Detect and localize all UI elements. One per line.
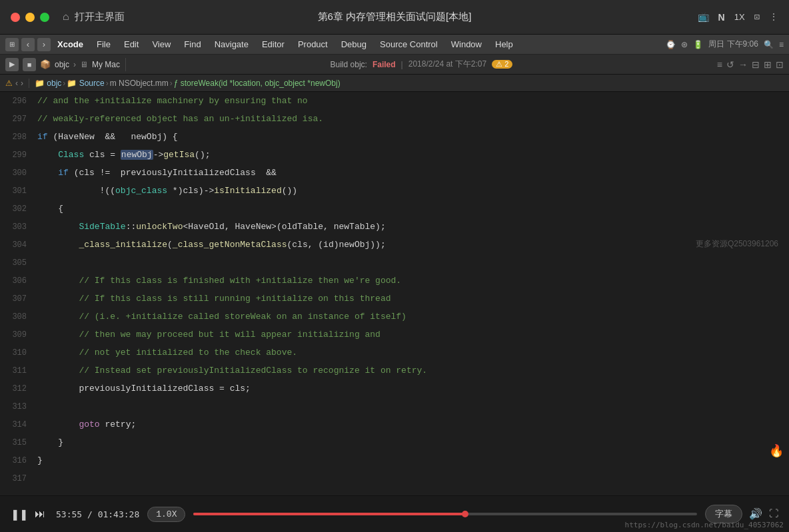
table-row: 299 Class cls = newObj->getIsa(); xyxy=(0,146,789,164)
tv-icon[interactable]: 📺 xyxy=(698,11,709,23)
menu-product[interactable]: Product xyxy=(291,35,335,55)
menu-file[interactable]: File xyxy=(90,35,117,55)
menu-help[interactable]: Help xyxy=(488,35,520,55)
breadcrumb-root[interactable]: 📁 objc xyxy=(35,79,61,88)
table-row: 305 xyxy=(0,254,789,272)
line-content: { xyxy=(35,200,789,218)
table-row: 298 if (HaveNew && newObj) { xyxy=(0,128,789,146)
pause-button[interactable]: ❚❚ xyxy=(11,508,28,521)
line-content: // Instead set previouslyInitializedClas… xyxy=(35,362,789,380)
table-row: 303 SideTable::unlockTwo<HaveOld, HaveNe… xyxy=(0,218,789,236)
line-content: if (HaveNew && newObj) { xyxy=(35,128,789,146)
device-label: My Mac xyxy=(92,60,120,69)
home-label[interactable]: 打开主界面 xyxy=(75,11,125,23)
total-time: 01:43:28 xyxy=(98,509,140,519)
n-icon[interactable]: N xyxy=(718,12,725,23)
grid-icon[interactable]: ⊞ xyxy=(5,38,19,51)
line-content: // not yet initialized to the check abov… xyxy=(35,344,789,362)
table-row: 316 } xyxy=(0,451,789,469)
time-display: 周日 下午9:06 xyxy=(708,39,758,50)
device-icon: 🖥 xyxy=(80,60,88,69)
speed-badge[interactable]: 1.0X xyxy=(147,507,185,522)
menu-debug[interactable]: Debug xyxy=(335,35,373,55)
menu-navigate[interactable]: Navigate xyxy=(208,35,255,55)
menu-view[interactable]: View xyxy=(145,35,177,55)
expand2-icon[interactable]: ⊡ xyxy=(776,59,784,70)
menu-source-control[interactable]: Source Control xyxy=(373,35,444,55)
warning-badge: ⚠ 2 xyxy=(492,60,512,69)
list-icon[interactable]: ≡ xyxy=(779,40,784,49)
traffic-lights xyxy=(11,13,49,22)
line-content: // then we may proceed but it will appea… xyxy=(35,326,789,344)
split-icon[interactable]: ⊞ xyxy=(764,59,772,70)
redo-icon[interactable]: ↺ xyxy=(726,59,734,70)
player-controls: ❚❚ ⏭ xyxy=(0,508,56,521)
target-icon: 📦 xyxy=(40,59,51,69)
line-number: 309 xyxy=(0,326,35,344)
table-row: 317 xyxy=(0,469,789,487)
line-content: // If this class is finished with +initi… xyxy=(35,272,789,290)
nav-back-btn[interactable]: ‹ xyxy=(21,38,35,51)
build-status: Build objc: Failed | 2018/2/24 at 下午2:07… xyxy=(131,59,712,70)
breadcrumb-function[interactable]: ƒ storeWeak(id *location, objc_object *n… xyxy=(174,79,341,88)
line-content: Class cls = newObj->getIsa(); xyxy=(35,146,789,164)
stop-button[interactable]: ■ xyxy=(23,58,36,71)
table-row: 310 // not yet initialized to the check … xyxy=(0,344,789,362)
breadcrumb-bar: ⚠ ‹ › 📁 objc › 📁 Source › m NSObject.mm … xyxy=(0,75,789,92)
table-row: 313 xyxy=(0,398,789,415)
forward-icon[interactable]: → xyxy=(738,59,748,70)
close-button[interactable] xyxy=(11,13,20,22)
1x-icon[interactable]: 1X xyxy=(734,12,745,22)
time-separator: / xyxy=(87,509,98,519)
breadcrumb-file[interactable]: m NSObject.mm xyxy=(110,79,169,88)
menu-items: Xcode File Edit View Find Navigate Edito… xyxy=(51,35,520,55)
line-content: // and the +initialize machinery by ensu… xyxy=(35,92,789,110)
breadcrumb-source[interactable]: 📁 Source xyxy=(67,79,104,88)
menu-edit[interactable]: Edit xyxy=(117,35,145,55)
build-failed-label: Failed xyxy=(373,60,396,69)
home-area[interactable]: ⌂ 打开主界面 xyxy=(63,11,125,23)
menu-editor[interactable]: Editor xyxy=(255,35,291,55)
line-number: 304 xyxy=(0,236,35,254)
table-row: 309 // then we may proceed but it will a… xyxy=(0,326,789,344)
bottom-url: https://blog.csdn.net/baidu_40537062 xyxy=(625,521,784,529)
expand-icon[interactable]: ⊡ xyxy=(754,11,760,23)
line-number: 312 xyxy=(0,380,35,398)
skip-forward-button[interactable]: ⏭ xyxy=(35,508,45,520)
menu-find[interactable]: Find xyxy=(177,35,207,55)
progress-dot xyxy=(462,511,468,517)
menu-window[interactable]: Window xyxy=(444,35,488,55)
line-content: } xyxy=(35,433,789,451)
breadcrumb-sep2: › xyxy=(106,79,109,88)
code-lines: 296 // and the +initialize machinery by … xyxy=(0,92,789,487)
nav-prev-icon[interactable]: ‹ xyxy=(15,79,18,88)
run-button[interactable]: ▶ xyxy=(5,58,19,71)
home-icon: ⌂ xyxy=(63,11,69,23)
nav-fwd-btn[interactable]: › xyxy=(37,38,51,51)
search-icon[interactable]: 🔍 xyxy=(764,40,774,49)
build-bar-right: ≡ ↺ → ⊟ ⊞ ⊡ xyxy=(717,59,784,70)
table-row: 296 // and the +initialize machinery by … xyxy=(0,92,789,110)
menu-xcode[interactable]: Xcode xyxy=(51,35,90,55)
line-number: 315 xyxy=(0,433,35,451)
line-content: previouslyInitializedClass = cls; xyxy=(35,380,789,398)
volume-icon[interactable]: 🔊 xyxy=(749,507,762,521)
build-bar: ▶ ■ 📦 objc › 🖥 My Mac Build objc: Failed… xyxy=(0,55,789,75)
progress-bar[interactable] xyxy=(193,513,697,515)
more-icon[interactable]: ⋮ xyxy=(769,11,778,23)
nav-next-icon[interactable]: › xyxy=(21,79,23,88)
line-number: 298 xyxy=(0,128,35,146)
table-row: 304 _class_initialize(_class_getNonMetaC… xyxy=(0,236,789,254)
minimize-button[interactable] xyxy=(25,13,35,22)
maximize-button[interactable] xyxy=(40,13,49,22)
breadcrumb-sep3: › xyxy=(170,79,173,88)
line-number: 299 xyxy=(0,146,35,164)
table-row: 315 } xyxy=(0,433,789,451)
table-row: 302 { xyxy=(0,200,789,218)
align-icon[interactable]: ≡ xyxy=(717,59,722,70)
fullscreen-icon[interactable]: ⛶ xyxy=(769,509,778,519)
warning-icon: ⚠ xyxy=(5,79,13,88)
breadcrumb-sep1: › xyxy=(63,79,65,88)
panel-icon[interactable]: ⊟ xyxy=(752,59,760,70)
code-editor: 296 // and the +initialize machinery by … xyxy=(0,92,789,495)
